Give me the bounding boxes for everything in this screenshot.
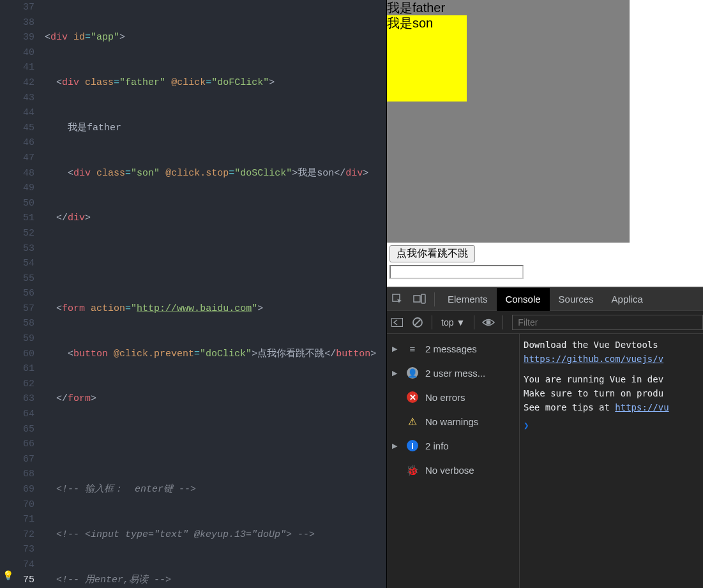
lightbulb-icon[interactable]: 💡 [3, 569, 13, 584]
code-editor[interactable]: 💡 37383940414243444546474849505152535455… [0, 0, 386, 588]
console-sidebar-toggle-icon[interactable] [387, 312, 407, 333]
live-expression-icon[interactable] [478, 312, 499, 333]
messages-label: 2 messages [425, 343, 477, 354]
console-toolbar: top ▼ [387, 311, 703, 334]
sidebar-row-info[interactable]: ▶ i 2 info [387, 433, 519, 458]
svg-rect-1 [414, 296, 420, 302]
console-sidebar: ▶ ≡ 2 messages ▶ 👤 2 user mess... ✕ No e… [387, 334, 520, 588]
father-text: 我是father [387, 1, 445, 15]
devtools-tab-bar: Elements Console Sources Applica [387, 288, 703, 311]
tab-elements[interactable]: Elements [439, 288, 497, 311]
sidebar-row-messages[interactable]: ▶ ≡ 2 messages [387, 336, 519, 361]
father-box[interactable]: 我是father 我是son [387, 0, 630, 243]
console-link[interactable]: https://vu [615, 402, 669, 412]
verbose-icon: 🐞 [406, 464, 419, 476]
code-area[interactable]: <div id="app"> <div class="father" @clic… [41, 0, 386, 588]
errors-label: No errors [425, 392, 465, 403]
warning-icon: ⚠ [406, 416, 419, 428]
right-panel: 我是father 我是son 点我你看跳不跳 Elements Console … [386, 0, 703, 588]
son-text: 我是son [387, 16, 433, 30]
clear-console-icon[interactable] [407, 312, 428, 333]
tab-application[interactable]: Applica [603, 288, 652, 311]
jump-button[interactable]: 点我你看跳不跳 [389, 245, 475, 262]
user-icon: 👤 [406, 367, 419, 379]
info-label: 2 info [425, 441, 449, 451]
console-link[interactable]: https://github.com/vuejs/v [524, 354, 663, 364]
sidebar-row-errors[interactable]: ✕ No errors [387, 385, 519, 409]
svg-line-5 [414, 319, 421, 326]
inspect-icon[interactable] [387, 288, 409, 311]
son-box[interactable]: 我是son [387, 15, 467, 102]
line-number-gutter: 3738394041424344454647484950515253545556… [15, 0, 41, 588]
glyph-margin: 💡 [0, 0, 15, 588]
sidebar-row-user[interactable]: ▶ 👤 2 user mess... [387, 361, 519, 385]
devtools-panel: Elements Console Sources Applica top ▼ [387, 287, 703, 588]
expand-icon: ▶ [392, 442, 400, 450]
user-label: 2 user mess... [425, 368, 485, 379]
verbose-label: No verbose [425, 465, 474, 476]
chevron-down-icon: ▼ [456, 317, 465, 328]
context-label: top [441, 317, 453, 328]
console-filter [512, 315, 703, 330]
console-body: ▶ ≡ 2 messages ▶ 👤 2 user mess... ✕ No e… [387, 334, 703, 588]
console-message: See more tips at https://vu [524, 400, 703, 414]
warnings-label: No warnings [425, 416, 478, 427]
console-message: https://github.com/vuejs/v [524, 352, 703, 366]
context-selector[interactable]: top ▼ [436, 317, 470, 328]
device-toggle-icon[interactable] [409, 288, 430, 311]
messages-icon: ≡ [406, 343, 419, 354]
expand-icon: ▶ [392, 345, 400, 353]
tab-sources[interactable]: Sources [550, 288, 603, 311]
console-output[interactable]: Download the Vue Devtools https://github… [520, 334, 703, 588]
svg-point-6 [487, 320, 491, 324]
filter-input[interactable] [512, 315, 703, 330]
console-message: You are running Vue in dev [524, 372, 703, 386]
browser-preview: 我是father 我是son 点我你看跳不跳 [387, 0, 703, 287]
expand-icon: ▶ [392, 369, 400, 377]
console-prompt[interactable]: ❯ [524, 414, 703, 432]
tab-console[interactable]: Console [497, 288, 550, 311]
console-message: Download the Vue Devtools [524, 338, 703, 352]
search-input[interactable] [389, 265, 524, 279]
info-icon: i [406, 440, 419, 452]
console-message: Make sure to turn on produ [524, 386, 703, 400]
sidebar-row-verbose[interactable]: 🐞 No verbose [387, 458, 519, 482]
sidebar-row-warnings[interactable]: ⚠ No warnings [387, 409, 519, 433]
error-icon: ✕ [406, 391, 419, 403]
svg-rect-2 [421, 294, 425, 303]
